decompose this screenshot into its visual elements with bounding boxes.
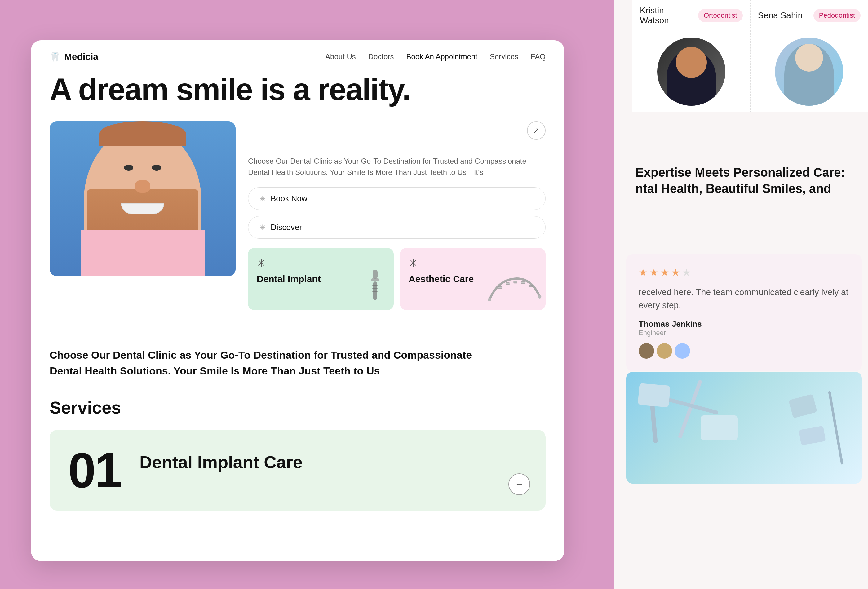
svg-rect-5 [372,291,378,292]
doctors-table: Kristin Watson Ortodontist Sena Sahin Pe… [632,0,868,112]
svg-point-7 [538,295,542,298]
aesthetic-card-title: Aesthetic Care [409,274,474,284]
svg-rect-1 [371,278,379,282]
aesthetic-asterisk-icon: ✳ [409,257,537,270]
svg-point-6 [488,298,492,301]
star-4: ★ [671,267,680,278]
logo-tooth-icon: 🦷 [50,52,61,62]
svg-rect-0 [373,270,378,279]
doctor-row: Kristin Watson Ortodontist Sena Sahin Pe… [632,0,868,31]
reviewer-name: Thomas Jenkins [639,319,849,329]
expertise-section: Expertise Meets Personalized Care: ntal … [626,155,862,206]
nav-faq[interactable]: FAQ [531,52,546,61]
equipment-image [626,372,862,484]
logo-text: Medicia [64,52,98,62]
doctor-badge-2: Pedodontist [813,9,861,22]
doctor-name-2: Sena Sahin [758,10,809,21]
avatar-1 [639,343,654,359]
doctor-badge-1: Ortodontist [698,9,743,22]
hero-image [50,121,236,276]
hero-description: Choose Our Dental Clinic as Your Go-To D… [248,156,546,178]
doctor-img-cell-1 [632,31,750,112]
navigation: 🦷 Medicia About Us Doctors Book An Appoi… [31,40,564,73]
book-now-label: Book Now [271,194,307,203]
reviewer-avatars [639,343,849,359]
service-number: 01 [68,446,121,495]
avatar-3 [675,343,690,359]
main-content: A dream smile is a reality. [31,73,564,347]
svg-rect-4 [372,288,378,289]
lower-section: Choose Our Dental Clinic as Your Go-To D… [31,347,564,511]
service-big-card-1: 01 Dental Implant Care ← [50,430,546,511]
book-now-button[interactable]: ✳ Book Now [248,187,546,210]
description-text: Choose Our Dental Clinic as Your Go-To D… [50,347,484,379]
doctor-img-cell-2 [750,31,868,112]
equip-head [701,415,738,440]
star-2: ★ [650,267,658,278]
star-1: ★ [639,267,648,278]
equip-light [789,394,818,418]
discover-button[interactable]: ✳ Discover [248,216,546,239]
right-panel: Kristin Watson Ortodontist Sena Sahin Pe… [614,0,868,589]
main-card: 🦷 Medicia About Us Doctors Book An Appoi… [31,40,564,561]
service-back-button[interactable]: ← [508,473,530,495]
arrow-northeast-icon: ↗ [533,126,539,135]
doctor-name-1: Kristin Watson [640,6,693,25]
aesthetic-care-card[interactable]: ✳ Aesthetic Care [400,248,546,310]
back-arrow-icon: ← [515,479,524,489]
discover-label: Discover [271,223,302,232]
reviewer-role: Engineer [639,329,849,337]
service-title-main: Dental Implant Care [140,452,303,472]
logo-area: 🦷 Medicia [50,52,98,62]
service-info: Dental Implant Care [140,446,303,472]
star-5-empty: ★ [682,267,691,278]
dental-implant-card[interactable]: ✳ Dental Implant [248,248,394,310]
avatar-2 [657,343,672,359]
doctor-cell-1: Kristin Watson Ortodontist [632,0,750,31]
svg-rect-3 [372,285,378,286]
review-section: ★ ★ ★ ★ ★ received here. The team commun… [626,254,862,371]
expertise-title: Expertise Meets Personalized Care: ntal … [636,164,852,196]
nav-about[interactable]: About Us [325,52,356,61]
face-shirt [81,230,205,276]
nav-doctors[interactable]: Doctors [368,52,394,61]
person-face [50,121,236,276]
nav-services[interactable]: Services [490,52,518,61]
hero-right-content: ↗ Choose Our Dental Clinic as Your Go-To… [248,121,546,310]
brace-illustration [487,275,542,306]
implant-illustration [363,270,388,307]
book-asterisk-icon: ✳ [260,194,266,203]
nav-book-appointment[interactable]: Book An Appointment [406,52,477,61]
service-cards-mini: ✳ Dental Implant ✳ [248,248,546,310]
hero-divider [248,146,546,146]
star-3: ★ [660,267,669,278]
implant-card-title: Dental Implant [257,274,321,284]
services-heading: Services [50,397,546,418]
doctor-images-row [632,31,868,112]
hero-section: ↗ Choose Our Dental Clinic as Your Go-To… [50,121,546,310]
doctor-cell-2: Sena Sahin Pedodontist [750,0,868,31]
implant-asterisk-icon: ✳ [257,257,385,270]
arrow-button[interactable]: ↗ [527,121,546,140]
review-text: received here. The team communicated cle… [639,286,849,312]
discover-asterisk-icon: ✳ [260,223,266,232]
hero-headline: A dream smile is a reality. [50,73,546,106]
star-rating: ★ ★ ★ ★ ★ [639,267,849,278]
